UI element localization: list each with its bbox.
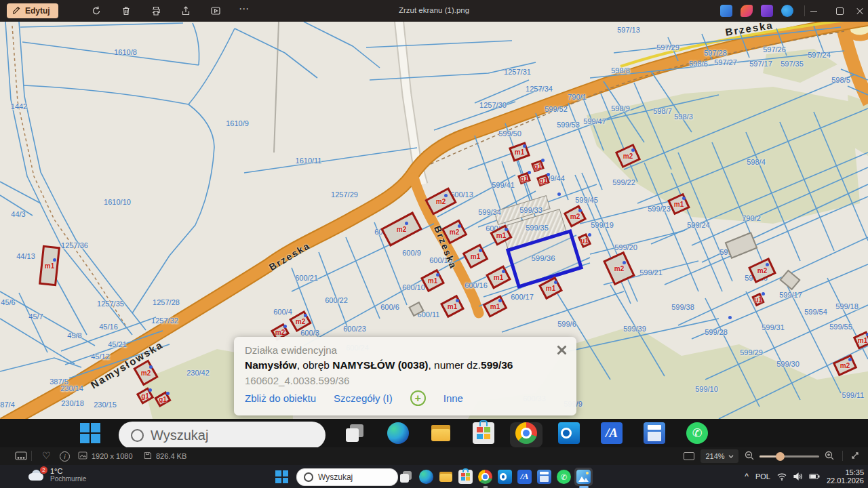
print-icon[interactable] (151, 5, 161, 16)
street-label: Brzeska (724, 22, 774, 38)
slideshow-icon[interactable] (210, 5, 221, 16)
start-button[interactable] (275, 470, 288, 483)
parcel-label: 599/21 (639, 268, 663, 277)
share-icon[interactable] (180, 5, 191, 16)
parcel-label: 597/28 (704, 49, 727, 57)
taskbar-search-input[interactable]: Wyszukaj (296, 468, 398, 486)
zoom-slider-handle[interactable] (776, 452, 785, 461)
edit-app-icon[interactable] (720, 5, 732, 17)
parcel-label: 1257/30 (479, 101, 507, 109)
address-point-dot (283, 325, 287, 328)
embedded-chrome-icon (510, 422, 542, 447)
photos-statusbar: ♡ i 1920 x 1080 826.4 KB 214% (0, 447, 868, 465)
zoom-in-icon[interactable] (825, 451, 835, 462)
gallery-app-icon[interactable] (761, 5, 773, 17)
parcel-label: 599/54 (804, 308, 827, 316)
parcel-label: 597/26 (763, 45, 786, 54)
battery-icon[interactable] (809, 473, 820, 480)
details-link[interactable]: Szczegóły (I) (334, 392, 393, 404)
parcel-label: 599/38 (671, 303, 694, 311)
parcel-label: 597/35 (781, 60, 804, 68)
building-label: m1 (546, 285, 555, 292)
delete-icon[interactable] (121, 5, 132, 16)
parcel-label: 1257/35 (97, 300, 124, 308)
street-label: Brzeska (267, 240, 312, 273)
taskbar-outlook-icon[interactable] (496, 468, 514, 486)
taskbar-whatsapp-icon[interactable]: ✆ (555, 468, 573, 486)
close-button[interactable] (848, 0, 868, 22)
minimize-button[interactable] (802, 0, 826, 22)
parcel-label: 599/34 (478, 208, 501, 216)
parcel-label: 600/9 (402, 249, 421, 257)
other-link[interactable]: Inne (443, 392, 463, 404)
edit-button[interactable]: Edytuj (7, 3, 58, 18)
favorite-icon[interactable]: ♡ (42, 450, 51, 461)
address-point-dot (588, 233, 591, 237)
language-indicator[interactable]: POL (755, 472, 770, 481)
weather-widget[interactable]: 2 1°C Pochmurnie (27, 467, 86, 483)
parcel-label: 599/39 (623, 325, 646, 333)
address-point-dot (557, 192, 561, 196)
filmstrip-icon[interactable] (15, 451, 27, 462)
clipchamp-icon[interactable] (741, 5, 753, 17)
tray-date: 22.01.2026 (827, 476, 864, 485)
wifi-icon[interactable] (777, 473, 787, 481)
parcel-label: 599/30 (776, 360, 800, 368)
address-point-dot (304, 314, 307, 317)
building-label: g1 (534, 163, 542, 170)
taskbar-calculator-icon[interactable] (535, 468, 553, 486)
zoom-to-object-link[interactable]: Zbliż do obiektu (245, 392, 316, 404)
parcel-label: 45/7 (28, 312, 43, 321)
building-label: m2 (436, 198, 446, 205)
start-icon (80, 423, 100, 443)
parcel-label: 600/17 (511, 293, 534, 301)
parcel-label: 600/22 (325, 296, 348, 304)
building-label: m2 (450, 228, 459, 236)
taskbar-clock[interactable]: 15:35 22.01.2026 (827, 468, 864, 485)
address-point-dot (528, 171, 531, 174)
parcel-info-popup: Działka ewidencyjna Namysłów, obręb NAMY… (234, 337, 576, 415)
taskbar-ia-app-icon[interactable]: /A (515, 468, 534, 486)
address-point-dot (578, 209, 582, 212)
parcel-label: 599/52 (545, 105, 568, 113)
fit-to-window-icon[interactable] (684, 452, 694, 460)
taskbar-file-explorer-icon[interactable] (437, 468, 455, 486)
parcel-label: 597/17 (749, 60, 772, 68)
parcel-label: 45/6 (1, 298, 15, 306)
zoom-slider[interactable] (760, 455, 819, 458)
parcel-label: 599/53 (557, 121, 580, 129)
plus-circle-icon[interactable]: + (410, 390, 426, 406)
volume-icon[interactable] (793, 472, 802, 481)
building-label: m2 (614, 265, 624, 272)
address-point-dot (523, 144, 526, 148)
parcel-label: 599/33 (519, 206, 542, 214)
cloud-icon: 2 (27, 469, 45, 481)
rotate-icon[interactable] (91, 5, 102, 16)
onedrive-icon[interactable] (781, 5, 793, 17)
tray-time: 15:35 (827, 468, 864, 477)
embedded-screenshot-taskbar: Wyszukaj /A✆ (0, 419, 868, 447)
popup-close-icon[interactable] (556, 344, 568, 356)
more-icon[interactable]: ⋯ (239, 3, 250, 14)
taskbar-photos-icon[interactable] (574, 468, 593, 486)
zoom-out-icon[interactable] (745, 451, 755, 462)
taskbar-task-view-icon[interactable] (397, 468, 416, 486)
address-point-dot (631, 148, 635, 152)
address-point-dot (479, 249, 482, 252)
embedded-task-view-icon (339, 422, 372, 447)
address-point-dot (444, 194, 448, 197)
cadastral-map[interactable]: 1610/814421610/91610/111610/1044/31257/3… (0, 22, 868, 419)
parcel-label: 45/12 (91, 352, 110, 361)
building-label: m2 (840, 362, 850, 369)
tray-chevron-icon[interactable]: ^ (745, 472, 749, 481)
zoom-level-dropdown[interactable]: 214% (701, 449, 738, 463)
taskbar-chrome-icon[interactable] (476, 468, 494, 486)
taskbar-edge-icon[interactable] (417, 468, 435, 486)
parcel-label: 598/8 (611, 66, 630, 75)
taskbar-store-icon[interactable] (456, 468, 475, 486)
image-viewport: 1610/814421610/91610/111610/1044/31257/3… (0, 22, 868, 447)
info-icon[interactable]: i (60, 451, 70, 462)
building-outline (779, 270, 800, 291)
fullscreen-icon[interactable] (850, 451, 860, 462)
building-label: g1 (159, 396, 167, 403)
